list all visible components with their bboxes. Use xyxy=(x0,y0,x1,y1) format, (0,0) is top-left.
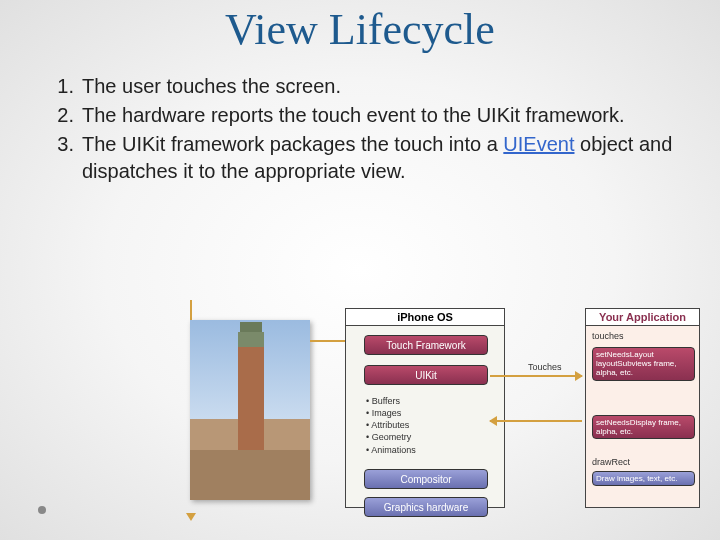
tower-photo xyxy=(190,320,310,500)
arrow-icon xyxy=(490,375,582,377)
setneedsdisplay-box: setNeedsDisplay frame, alpha, etc. xyxy=(592,415,695,439)
item-text: The UIKit framework packages the touch i… xyxy=(82,131,682,185)
list-item: 1. The user touches the screen. xyxy=(38,73,682,100)
touches-label: touches xyxy=(592,331,624,341)
arrow-icon xyxy=(490,420,582,422)
draw-box: Draw images, text, etc. xyxy=(592,471,695,486)
iphone-os-column: iPhone OS Touch Framework UIKit • Buffer… xyxy=(345,308,505,508)
setneedslayout-box: setNeedsLayout layoutSubviews frame, alp… xyxy=(592,347,695,381)
item-number: 1. xyxy=(38,73,82,100)
touch-framework-box: Touch Framework xyxy=(364,335,488,355)
arrow-down-icon xyxy=(190,300,192,322)
item-text: The hardware reports the touch event to … xyxy=(82,102,682,129)
item-number: 3. xyxy=(38,131,82,185)
item-text: The user touches the screen. xyxy=(82,73,682,100)
arrow-label: Touches xyxy=(528,362,562,372)
uikit-box: UIKit xyxy=(364,365,488,385)
bullet: • Attributes xyxy=(366,419,416,431)
graphics-hardware-box: Graphics hardware xyxy=(364,497,488,517)
app-header: Your Application xyxy=(586,309,699,326)
slide-title: View Lifecycle xyxy=(0,0,720,55)
your-application-column: Your Application touches setNeedsLayout … xyxy=(585,308,700,508)
item-number: 2. xyxy=(38,102,82,129)
compositor-box: Compositor xyxy=(364,469,488,489)
architecture-diagram: iPhone OS Touch Framework UIKit • Buffer… xyxy=(190,300,710,520)
os-header: iPhone OS xyxy=(346,309,504,326)
lifecycle-list: 1. The user touches the screen. 2. The h… xyxy=(0,55,720,185)
slide: View Lifecycle 1. The user touches the s… xyxy=(0,0,720,540)
building-icon xyxy=(190,450,310,500)
drawrect-label: drawRect xyxy=(592,457,630,467)
bullet: • Buffers xyxy=(366,395,416,407)
bullet: • Animations xyxy=(366,444,416,456)
uievent-link[interactable]: UIEvent xyxy=(503,133,574,155)
list-item: 3. The UIKit framework packages the touc… xyxy=(38,131,682,185)
bullet: • Geometry xyxy=(366,431,416,443)
bullet: • Images xyxy=(366,407,416,419)
os-bullets: • Buffers • Images • Attributes • Geomet… xyxy=(366,395,416,456)
item-prefix: The UIKit framework packages the touch i… xyxy=(82,133,503,155)
list-item: 2. The hardware reports the touch event … xyxy=(38,102,682,129)
slide-bullet-icon xyxy=(38,506,46,514)
